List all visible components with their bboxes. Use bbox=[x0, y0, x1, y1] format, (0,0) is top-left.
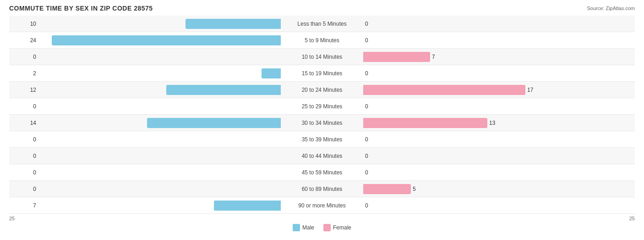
male-bar-container: 0 bbox=[38, 52, 281, 62]
male-label: Male bbox=[302, 224, 314, 231]
female-bar bbox=[363, 52, 430, 62]
female-bar-container: 0 bbox=[363, 151, 620, 161]
female-bar-container: 7 bbox=[363, 52, 620, 62]
bar-section: 0 35 to 39 Minutes 0 bbox=[9, 131, 635, 147]
female-value: 0 bbox=[365, 70, 368, 77]
female-value: 0 bbox=[365, 37, 368, 44]
table-row: 0 10 to 14 Minutes 7 bbox=[9, 49, 635, 65]
axis-right: 25 bbox=[629, 216, 635, 221]
male-bar-container: 2 bbox=[38, 68, 281, 78]
male-value: 10 bbox=[25, 21, 36, 27]
male-bar bbox=[186, 19, 281, 29]
male-value: 0 bbox=[25, 103, 36, 110]
chart-title: COMMUTE TIME BY SEX IN ZIP CODE 28575 bbox=[9, 5, 153, 12]
male-value: 2 bbox=[25, 70, 36, 77]
male-value: 0 bbox=[25, 153, 36, 159]
female-value: 13 bbox=[489, 120, 495, 126]
table-row: 0 40 to 44 Minutes 0 bbox=[9, 148, 635, 164]
row-label: 90 or more Minutes bbox=[281, 202, 363, 209]
bar-section: 0 25 to 29 Minutes 0 bbox=[9, 98, 635, 114]
source-text: Source: ZipAtlas.com bbox=[587, 6, 635, 11]
chart-area: 10 Less than 5 Minutes 0 24 5 to 9 Minut… bbox=[9, 16, 635, 214]
female-value: 0 bbox=[365, 202, 368, 209]
male-bar bbox=[166, 85, 281, 95]
male-bar bbox=[262, 68, 281, 78]
female-bar-container: 5 bbox=[363, 184, 620, 194]
male-bar bbox=[52, 35, 281, 45]
row-label: 25 to 29 Minutes bbox=[281, 103, 363, 110]
table-row: 7 90 or more Minutes 0 bbox=[9, 197, 635, 214]
bar-section: 0 60 to 89 Minutes 5 bbox=[9, 181, 635, 197]
female-bar-container: 0 bbox=[363, 101, 620, 112]
row-label: 20 to 24 Minutes bbox=[281, 87, 363, 93]
row-label: 10 to 14 Minutes bbox=[281, 54, 363, 60]
chart-container: COMMUTE TIME BY SEX IN ZIP CODE 28575 So… bbox=[0, 0, 644, 240]
bar-section: 14 30 to 34 Minutes 13 bbox=[9, 115, 635, 131]
male-bar-container: 7 bbox=[38, 201, 281, 211]
title-row: COMMUTE TIME BY SEX IN ZIP CODE 28575 So… bbox=[9, 5, 635, 12]
male-value: 24 bbox=[25, 37, 36, 44]
male-bar-container: 0 bbox=[38, 101, 281, 112]
male-bar-container: 0 bbox=[38, 151, 281, 161]
row-label: 30 to 34 Minutes bbox=[281, 120, 363, 126]
row-label: Less than 5 Minutes bbox=[281, 21, 363, 27]
female-value: 7 bbox=[432, 54, 435, 60]
bar-section: 10 Less than 5 Minutes 0 bbox=[9, 16, 635, 32]
table-row: 0 25 to 29 Minutes 0 bbox=[9, 98, 635, 115]
male-bar-container: 0 bbox=[38, 134, 281, 145]
male-bar-container: 0 bbox=[38, 184, 281, 194]
table-row: 0 35 to 39 Minutes 0 bbox=[9, 131, 635, 148]
row-label: 35 to 39 Minutes bbox=[281, 136, 363, 143]
legend: Male Female bbox=[9, 224, 635, 231]
male-value: 12 bbox=[25, 87, 36, 93]
male-value: 0 bbox=[25, 169, 36, 176]
legend-male: Male bbox=[293, 224, 314, 231]
female-value: 0 bbox=[365, 153, 368, 159]
female-value: 0 bbox=[365, 136, 368, 143]
bar-section: 12 20 to 24 Minutes 17 bbox=[9, 82, 635, 98]
table-row: 2 15 to 19 Minutes 0 bbox=[9, 65, 635, 82]
table-row: 14 30 to 34 Minutes 13 bbox=[9, 115, 635, 131]
female-bar-container: 0 bbox=[363, 35, 620, 45]
bar-section: 0 45 to 59 Minutes 0 bbox=[9, 164, 635, 180]
male-value: 0 bbox=[25, 186, 36, 192]
female-value: 0 bbox=[365, 103, 368, 110]
row-label: 60 to 89 Minutes bbox=[281, 186, 363, 192]
female-value: 0 bbox=[365, 169, 368, 176]
table-row: 12 20 to 24 Minutes 17 bbox=[9, 82, 635, 98]
bar-section: 0 40 to 44 Minutes 0 bbox=[9, 148, 635, 164]
male-swatch bbox=[293, 224, 300, 231]
male-bar-container: 14 bbox=[38, 118, 281, 128]
male-bar-container: 10 bbox=[38, 19, 281, 29]
bar-section: 2 15 to 19 Minutes 0 bbox=[9, 65, 635, 81]
row-label: 40 to 44 Minutes bbox=[281, 153, 363, 159]
male-bar bbox=[214, 201, 281, 211]
female-bar-container: 13 bbox=[363, 118, 620, 128]
female-value: 5 bbox=[413, 186, 416, 192]
row-label: 5 to 9 Minutes bbox=[281, 37, 363, 44]
legend-female: Female bbox=[323, 224, 351, 231]
female-bar bbox=[363, 184, 411, 194]
male-bar-container: 12 bbox=[38, 85, 281, 95]
axis-left: 25 bbox=[9, 216, 15, 221]
bar-section: 24 5 to 9 Minutes 0 bbox=[9, 32, 635, 48]
male-value: 0 bbox=[25, 54, 36, 60]
female-bar-container: 0 bbox=[363, 68, 620, 78]
table-row: 10 Less than 5 Minutes 0 bbox=[9, 16, 635, 32]
bar-section: 0 10 to 14 Minutes 7 bbox=[9, 49, 635, 65]
axis-labels: 25 25 bbox=[9, 216, 635, 221]
row-label: 45 to 59 Minutes bbox=[281, 169, 363, 176]
male-value: 14 bbox=[25, 120, 36, 126]
female-bar-container: 17 bbox=[363, 85, 620, 95]
female-bar-container: 0 bbox=[363, 201, 620, 211]
table-row: 0 60 to 89 Minutes 5 bbox=[9, 181, 635, 197]
female-bar-container: 0 bbox=[363, 19, 620, 29]
female-label: Female bbox=[333, 224, 351, 231]
male-bar-container: 0 bbox=[38, 167, 281, 178]
table-row: 0 45 to 59 Minutes 0 bbox=[9, 164, 635, 181]
female-bar-container: 0 bbox=[363, 167, 620, 178]
male-value: 7 bbox=[25, 202, 36, 209]
table-row: 24 5 to 9 Minutes 0 bbox=[9, 32, 635, 49]
male-bar-container: 24 bbox=[38, 35, 281, 45]
row-label: 15 to 19 Minutes bbox=[281, 70, 363, 77]
